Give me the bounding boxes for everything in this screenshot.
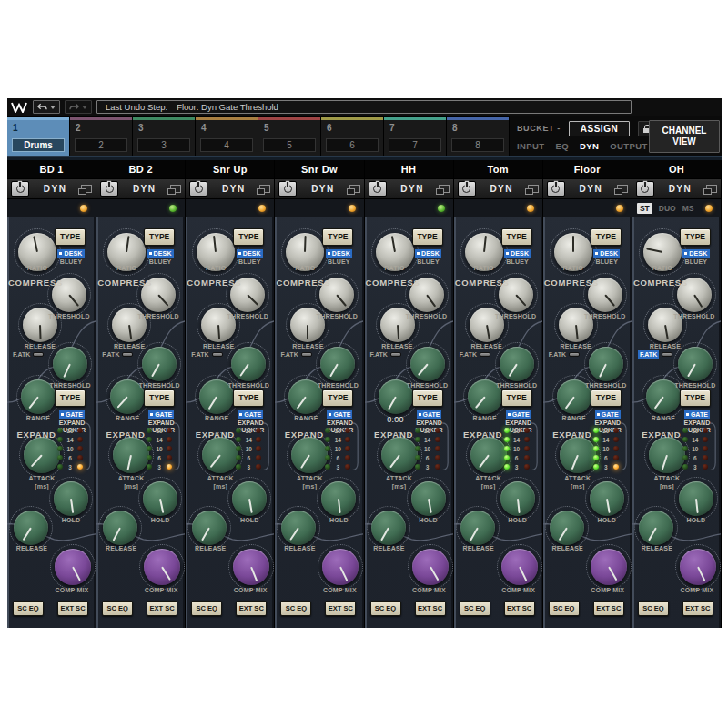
fast-attack-switch[interactable]	[212, 352, 223, 357]
compressor-type-button[interactable]: TYPE	[322, 228, 353, 246]
external-sidechain-button[interactable]: EXT SC	[682, 601, 713, 616]
fast-attack-switch[interactable]	[662, 352, 672, 357]
sidechain-eq-button[interactable]: SC EQ	[102, 601, 133, 616]
gate-release-knob[interactable]	[550, 511, 584, 545]
detach-window-icon[interactable]	[528, 185, 539, 193]
undo-history-caret-icon[interactable]	[50, 106, 56, 109]
gate-threshold-knob[interactable]	[142, 347, 177, 381]
attack-knob[interactable]	[470, 437, 507, 473]
section-view-tab[interactable]: DYN	[580, 141, 599, 151]
gate-type-button[interactable]: TYPE	[591, 389, 622, 407]
bucket-name-field[interactable]: 3	[137, 138, 190, 152]
section-view-tab[interactable]: OUTPUT	[610, 141, 647, 151]
gate-type-button[interactable]: TYPE	[55, 389, 86, 407]
compressor-type-button[interactable]: TYPE	[591, 228, 622, 246]
fast-attack-switch[interactable]	[33, 352, 44, 357]
st-mode-button[interactable]: ST	[637, 203, 652, 214]
external-sidechain-button[interactable]: EXT SC	[415, 601, 446, 616]
comp-mix-knob[interactable]	[680, 549, 716, 585]
bucket-name-field[interactable]: Drums	[12, 138, 65, 152]
compressor-type-button[interactable]: TYPE	[412, 228, 443, 246]
section-view-tab[interactable]: INPUT	[517, 141, 545, 151]
gate-type-button[interactable]: TYPE	[233, 389, 264, 407]
gate-release-knob[interactable]	[371, 511, 406, 545]
dyn-power-button[interactable]	[458, 181, 476, 197]
fast-attack-switch[interactable]	[569, 352, 580, 357]
detach-window-icon[interactable]	[617, 185, 628, 193]
bucket-tab[interactable]: 5 5	[258, 116, 321, 156]
gate-release-knob[interactable]	[103, 511, 137, 545]
external-sidechain-button[interactable]: EXT SC	[57, 601, 88, 616]
fast-attack-switch[interactable]	[390, 352, 401, 357]
compressor-type-button[interactable]: TYPE	[501, 228, 532, 246]
dyn-power-button[interactable]	[189, 181, 207, 197]
assign-button[interactable]: ASSIGN	[569, 121, 630, 136]
gate-type-button[interactable]: TYPE	[144, 389, 175, 407]
gate-type-button[interactable]: TYPE	[412, 389, 443, 407]
sidechain-eq-button[interactable]: SC EQ	[280, 601, 311, 616]
gate-release-knob[interactable]	[639, 511, 673, 545]
gate-type-button[interactable]: TYPE	[680, 389, 711, 407]
gate-threshold-knob[interactable]	[410, 347, 445, 381]
gate-threshold-knob[interactable]	[320, 347, 355, 381]
attack-knob[interactable]	[202, 437, 238, 473]
undo-button[interactable]	[33, 100, 60, 114]
compressor-type-button[interactable]: TYPE	[680, 228, 711, 246]
bucket-name-field[interactable]: 4	[200, 138, 253, 152]
fast-attack-switch[interactable]	[122, 352, 133, 357]
attack-knob[interactable]	[381, 437, 418, 473]
gate-release-knob[interactable]	[14, 511, 48, 545]
attack-knob[interactable]	[24, 437, 60, 473]
sidechain-eq-button[interactable]: SC EQ	[460, 601, 490, 616]
bucket-tab[interactable]: 8 8	[447, 116, 510, 156]
gate-type-button[interactable]: TYPE	[501, 389, 532, 407]
redo-button[interactable]	[65, 100, 92, 114]
attack-knob[interactable]	[649, 437, 685, 473]
bucket-name-field[interactable]: 5	[263, 138, 316, 152]
ms-mode-button[interactable]: MS	[682, 204, 694, 213]
external-sidechain-button[interactable]: EXT SC	[593, 601, 624, 616]
detach-window-icon[interactable]	[259, 185, 270, 193]
bucket-name-field[interactable]: 8	[451, 138, 504, 152]
redo-history-caret-icon[interactable]	[82, 106, 87, 109]
comp-mix-knob[interactable]	[233, 549, 269, 585]
compressor-type-button[interactable]: TYPE	[144, 228, 175, 246]
bucket-name-field[interactable]: 2	[75, 138, 127, 152]
comp-mix-knob[interactable]	[322, 549, 359, 585]
detach-window-icon[interactable]	[349, 185, 360, 193]
external-sidechain-button[interactable]: EXT SC	[504, 601, 535, 616]
section-view-tab[interactable]: EQ	[556, 141, 570, 151]
fast-attack-switch[interactable]	[301, 352, 312, 357]
channel-view-button[interactable]: CHANNEL VIEW	[649, 120, 720, 153]
bucket-tab[interactable]: 2 2	[70, 116, 133, 156]
comp-mix-knob[interactable]	[591, 549, 627, 585]
gate-threshold-knob[interactable]	[53, 347, 87, 381]
gate-threshold-knob[interactable]	[589, 347, 623, 381]
gate-threshold-knob[interactable]	[500, 347, 534, 381]
comp-mix-knob[interactable]	[55, 549, 91, 585]
dyn-power-button[interactable]	[11, 181, 29, 197]
dyn-power-button[interactable]	[636, 181, 654, 197]
external-sidechain-button[interactable]: EXT SC	[325, 601, 356, 616]
external-sidechain-button[interactable]: EXT SC	[147, 601, 177, 616]
compressor-type-button[interactable]: TYPE	[233, 228, 264, 246]
dyn-power-button[interactable]	[369, 181, 387, 197]
gate-release-knob[interactable]	[460, 511, 495, 545]
bucket-tab[interactable]: 6 6	[321, 116, 384, 156]
sidechain-eq-button[interactable]: SC EQ	[370, 601, 401, 616]
detach-window-icon[interactable]	[81, 185, 92, 193]
comp-mix-knob[interactable]	[501, 549, 538, 585]
compressor-type-button[interactable]: TYPE	[55, 228, 86, 246]
dyn-power-button[interactable]	[100, 181, 118, 197]
bucket-tab[interactable]: 4 4	[196, 116, 258, 156]
bucket-name-field[interactable]: 7	[389, 138, 441, 152]
gate-type-button[interactable]: TYPE	[322, 389, 353, 407]
detach-window-icon[interactable]	[706, 185, 717, 193]
external-sidechain-button[interactable]: EXT SC	[236, 601, 267, 616]
dyn-power-button[interactable]	[278, 181, 297, 197]
gate-release-knob[interactable]	[281, 511, 316, 545]
detach-window-icon[interactable]	[170, 185, 181, 193]
sidechain-eq-button[interactable]: SC EQ	[549, 601, 580, 616]
sidechain-eq-button[interactable]: SC EQ	[638, 601, 669, 616]
comp-mix-knob[interactable]	[412, 549, 449, 585]
